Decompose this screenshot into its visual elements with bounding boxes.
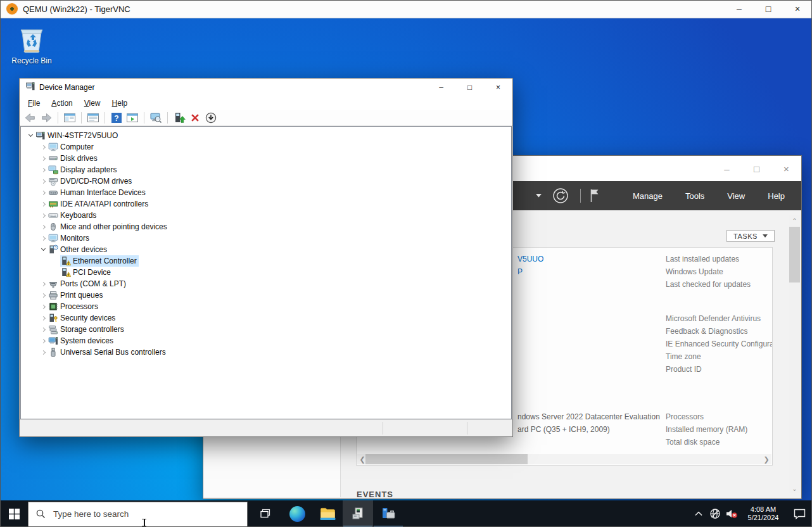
- expander-closed-icon[interactable]: [39, 143, 48, 151]
- search-input[interactable]: Type here to search: [28, 502, 248, 527]
- taskbar-clock[interactable]: 4:08 AM 5/21/2024: [742, 505, 784, 522]
- expander-closed-icon[interactable]: [39, 200, 48, 208]
- expander-closed-icon[interactable]: [39, 154, 48, 163]
- vertical-scrollbar[interactable]: ⌃ ⌄: [789, 215, 800, 493]
- taskbar-server-manager-button[interactable]: [373, 500, 403, 527]
- menu-action[interactable]: Action: [46, 99, 78, 108]
- sm-menu-item[interactable]: Manage: [633, 191, 663, 201]
- scroll-down-arrow[interactable]: ⌄: [789, 483, 800, 493]
- tree-item-label: DVD/CD-ROM drives: [60, 177, 132, 186]
- expander-closed-icon[interactable]: [39, 302, 48, 311]
- sm-close-button[interactable]: ×: [771, 156, 801, 181]
- scrollbar-thumb[interactable]: [789, 227, 800, 283]
- properties-icon[interactable]: [86, 111, 100, 125]
- tree-item-display-adapters[interactable]: Display adapters: [21, 164, 511, 175]
- tree-item-processors[interactable]: Processors: [21, 301, 511, 312]
- disable-device-icon[interactable]: [204, 111, 218, 125]
- other-icon: ?: [48, 244, 59, 255]
- scroll-up-arrow[interactable]: ⌃: [789, 215, 800, 225]
- expander-closed-icon[interactable]: [39, 314, 48, 322]
- properties-label: Windows Update: [666, 265, 751, 278]
- action-pane-icon[interactable]: [125, 111, 139, 125]
- action-center-button[interactable]: [787, 500, 812, 527]
- tree-item-label: Ethernet Controller: [73, 257, 137, 265]
- tree-item-mice-and-other-pointing-devices[interactable]: Mice and other pointing devices: [21, 221, 511, 232]
- sm-minimize-button[interactable]: –: [712, 156, 742, 181]
- expander-open-icon[interactable]: [39, 245, 48, 254]
- expander-closed-icon[interactable]: [39, 222, 48, 231]
- tree-item-print-queues[interactable]: Print queues: [21, 289, 511, 301]
- console-tree-icon[interactable]: [63, 111, 77, 125]
- properties-link[interactable]: P: [517, 265, 543, 278]
- tree-item-keyboards[interactable]: Keyboards: [21, 210, 511, 221]
- dm-maximize-button[interactable]: □: [455, 79, 484, 96]
- tree-item-other-devices[interactable]: ?Other devices: [21, 244, 511, 255]
- expander-closed-icon[interactable]: [39, 234, 48, 243]
- menu-help[interactable]: Help: [106, 99, 134, 108]
- tree-item-system-devices[interactable]: System devices: [21, 335, 511, 346]
- properties-values-bottom: ndows Server 2022 Datacenter Evaluationa…: [517, 410, 660, 436]
- vnc-close-button[interactable]: ×: [783, 0, 812, 18]
- tree-item-disk-drives[interactable]: Disk drives: [21, 153, 511, 164]
- back-icon[interactable]: [23, 111, 37, 125]
- tree-item-win-4stf72v5uuo[interactable]: WIN-4STF72V5UUO: [21, 130, 511, 141]
- tree-item-pci-device[interactable]: PCI Device: [21, 267, 511, 278]
- expander-closed-icon[interactable]: [39, 348, 48, 357]
- taskbar-file-explorer-button[interactable]: [312, 500, 343, 527]
- notifications-flag-icon[interactable]: [590, 189, 600, 203]
- menu-file[interactable]: File: [22, 99, 46, 108]
- expander-closed-icon[interactable]: [39, 211, 48, 220]
- dropdown-caret-icon[interactable]: [536, 194, 542, 198]
- tree-item-ide-ata-atapi-controllers[interactable]: IDE ATA/ATAPI controllers: [21, 198, 511, 210]
- sm-menu-item[interactable]: Tools: [685, 191, 704, 201]
- tree-item-human-interface-devices[interactable]: Human Interface Devices: [21, 187, 511, 198]
- scroll-right-arrow[interactable]: ❯: [761, 454, 771, 464]
- tree-item-security-devices[interactable]: Security devices: [21, 312, 511, 324]
- tree-item-storage-controllers[interactable]: Storage controllers: [21, 324, 511, 335]
- start-button[interactable]: [0, 500, 28, 527]
- horizontal-scrollbar[interactable]: ❮ ❯: [357, 454, 771, 464]
- expander-closed-icon[interactable]: [39, 336, 48, 345]
- taskbar-device-manager-button[interactable]: [343, 500, 373, 527]
- uninstall-device-icon[interactable]: [188, 111, 202, 125]
- security-icon: [48, 313, 59, 323]
- dm-close-button[interactable]: ×: [484, 79, 512, 96]
- tree-item-ports-com-lpt-[interactable]: Ports (COM & LPT): [21, 278, 511, 289]
- scrollbar-thumb[interactable]: [365, 454, 528, 464]
- taskbar-edge-button[interactable]: [282, 500, 312, 527]
- task-view-button[interactable]: [251, 500, 279, 527]
- expander-closed-icon[interactable]: [39, 279, 48, 288]
- tree-item-dvd-cd-rom-drives[interactable]: DVD/CD-ROM drives: [21, 175, 511, 187]
- hidden-icons-chevron[interactable]: [690, 500, 707, 527]
- sm-menu-item[interactable]: View: [727, 191, 745, 201]
- hid-icon: [48, 187, 59, 198]
- tree-item-monitors[interactable]: Monitors: [21, 232, 511, 244]
- vnc-maximize-button[interactable]: □: [754, 0, 783, 18]
- forward-icon[interactable]: [39, 111, 53, 125]
- disk-icon: [48, 153, 59, 163]
- help-icon[interactable]: ?: [110, 111, 124, 125]
- expander-closed-icon[interactable]: [39, 325, 48, 334]
- tree-item-universal-serial-bus-controllers[interactable]: Universal Serial Bus controllers: [21, 346, 511, 358]
- tree-item-label: Mice and other pointing devices: [60, 222, 167, 231]
- expander-closed-icon[interactable]: [39, 177, 48, 186]
- dm-minimize-button[interactable]: –: [427, 79, 455, 96]
- refresh-icon[interactable]: [552, 187, 569, 204]
- expander-closed-icon[interactable]: [39, 165, 48, 174]
- sm-maximize-button[interactable]: □: [742, 156, 771, 181]
- network-no-internet-icon[interactable]: [707, 500, 723, 527]
- expander-open-icon[interactable]: [26, 131, 35, 140]
- menu-view[interactable]: View: [79, 99, 106, 108]
- vnc-minimize-button[interactable]: –: [725, 0, 754, 18]
- properties-link[interactable]: V5UUO: [517, 253, 543, 265]
- expander-closed-icon[interactable]: [39, 291, 48, 300]
- tree-item-computer[interactable]: Computer: [21, 141, 511, 153]
- recycle-bin-shortcut[interactable]: Recycle Bin: [4, 25, 60, 65]
- update-driver-icon[interactable]: [172, 111, 186, 125]
- volume-muted-icon[interactable]: [723, 500, 740, 527]
- tree-item-ethernet-controller[interactable]: Ethernet Controller: [21, 255, 511, 267]
- expander-closed-icon[interactable]: [39, 188, 48, 197]
- scan-hardware-icon[interactable]: [149, 111, 163, 125]
- tasks-dropdown-button[interactable]: TASKS: [726, 230, 775, 242]
- sm-menu-item[interactable]: Help: [768, 191, 785, 201]
